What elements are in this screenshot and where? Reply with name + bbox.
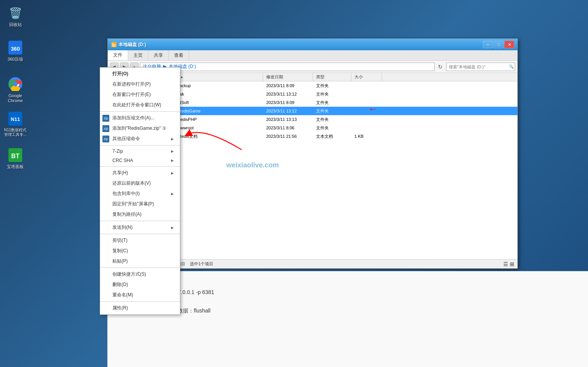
table-row[interactable]: 📄Redis文档 2023/3/11 21:56 文本文档 1 KB (167, 132, 517, 141)
submenu-arrow: ▶ (171, 171, 174, 175)
ctx-include-library[interactable]: 包含到库中(I) ▶ (100, 188, 180, 199)
table-row[interactable]: 📁RedisPHP 2023/3/11 13:13 文件夹 (167, 115, 517, 124)
tab-file[interactable]: 文件 (108, 50, 128, 60)
status-bar: 7个项目 选中1个项目 ☰ ⊞ (167, 259, 517, 268)
baota-icon: BT (8, 147, 23, 163)
submenu-arrow: ▶ (171, 159, 174, 162)
col-header-size[interactable]: 大小 (351, 73, 382, 81)
tab-share[interactable]: 共享 (148, 50, 169, 60)
recycle-bin-label: 回收站 (9, 22, 22, 27)
svg-rect-10 (112, 44, 116, 47)
ctx-copy-path[interactable]: 复制为路径(A) (100, 209, 180, 220)
details-view-button[interactable]: ☰ (503, 261, 508, 267)
ctx-other-compress[interactable]: zip 其他压缩命令 ▶ (100, 134, 180, 144)
ctx-restore[interactable]: 还原以前的版本(V) (100, 178, 180, 188)
desktop-icon-recycle-bin[interactable]: 🗑️ 回收站 (2, 4, 29, 29)
ctx-sep5 (100, 234, 180, 234)
file-list-area: 名称 ▲ 修改日期 类型 大小 📁backup 2023/3/11 8:09 (167, 73, 517, 268)
ctx-open-cmd[interactable]: 在此处打开命令窗口(W) (100, 100, 180, 110)
table-row-selected[interactable]: 📁RedisGame 2023/3/11 13:12 文件夹 (167, 107, 517, 115)
submenu-arrow: ▶ (171, 149, 174, 153)
ctx-properties[interactable]: 属性(R) (100, 303, 180, 313)
view-buttons: ☰ ⊞ (503, 261, 514, 267)
ctx-sep2 (100, 145, 180, 145)
file-list: 📁backup 2023/3/11 8:09 文件夹 📁bak 2023/3/1… (167, 81, 517, 259)
explorer-icon (111, 41, 117, 48)
window-title: 本地磁盘 (D:) (119, 41, 146, 48)
submenu-arrow: ▶ (171, 137, 174, 141)
svg-rect-11 (112, 43, 114, 45)
search-wrap: 🔍 (446, 63, 515, 71)
baota-label: 宝塔面板 (7, 164, 24, 169)
minimize-button[interactable]: ─ (483, 41, 493, 48)
svg-text:BT: BT (11, 153, 20, 159)
col-header-date[interactable]: 修改日期 (263, 73, 313, 81)
svg-point-4 (13, 82, 18, 86)
ctx-add-zip[interactable]: zip 添加到"RedisGame.zip" ① (100, 123, 180, 134)
tab-home[interactable]: 主页 (128, 50, 148, 60)
ctx-pin-start[interactable]: 固定到"开始"屏幕(P) (100, 199, 180, 209)
title-bar: 本地磁盘 (D:) ─ □ ✕ (108, 39, 517, 50)
svg-text:360: 360 (11, 46, 20, 52)
ctx-open[interactable]: 打开(O) (100, 69, 180, 79)
ctx-add-archive[interactable]: zip 添加到压缩文件(A)... (100, 113, 180, 123)
desktop-icon-360zip[interactable]: 360 360压缩 (2, 38, 29, 63)
search-input[interactable] (446, 63, 515, 71)
google-chrome-icon (8, 76, 23, 92)
tab-view[interactable]: 查看 (169, 50, 189, 60)
zip-icon: zip (102, 115, 109, 122)
title-bar-left: 本地磁盘 (D:) (111, 41, 146, 48)
ctx-crcsha[interactable]: CRC SHA ▶ (100, 156, 180, 165)
close-button[interactable]: ✕ (504, 41, 514, 48)
ctx-sep1 (100, 111, 180, 112)
context-menu: 打开(O) 在新进程中打开(P) 在新窗口中打开(E) 在此处打开命令窗口(W)… (100, 67, 180, 315)
col-header-type[interactable]: 类型 (313, 73, 351, 81)
bottom-line4: 5.清空整个 Redis 服务器的数据：flushall (114, 305, 582, 316)
zip-icon3: zip (102, 136, 109, 142)
zip-icon2: zip (102, 125, 109, 132)
ctx-sep7 (100, 301, 180, 302)
zip360-icon: 360 (8, 40, 23, 55)
column-headers: 名称 ▲ 修改日期 类型 大小 (167, 73, 517, 81)
ctx-copy[interactable]: 复制(C) (100, 246, 180, 256)
large-icon-view-button[interactable]: ⊞ (510, 261, 514, 267)
col-header-name[interactable]: 名称 ▲ (167, 73, 263, 81)
ctx-create-shortcut[interactable]: 创建快捷方式(S) (100, 269, 180, 279)
ctx-rename[interactable]: 重命名(M) (100, 290, 180, 300)
ctx-sep6 (100, 268, 180, 268)
table-row[interactable]: 📁wwwroot 2023/3/11 8:06 文件夹 (167, 124, 517, 132)
n11-label: N11数据程式 管理工具专... (4, 128, 26, 137)
submenu-arrow: ▶ (171, 192, 174, 196)
window-controls: ─ □ ✕ (483, 41, 514, 48)
recycle-bin-icon: 🗑️ (8, 5, 23, 21)
table-row[interactable]: 📁bak 2023/3/11 13:12 文件夹 (167, 90, 517, 98)
table-row[interactable]: 📁backup 2023/3/11 8:09 文件夹 (167, 81, 517, 90)
search-icon[interactable]: 🔍 (509, 64, 514, 69)
refresh-button[interactable]: ↻ (436, 63, 445, 71)
desktop-icon-google-chrome[interactable]: Google Chrome (2, 75, 29, 105)
desktop-icon-n11[interactable]: N11 N11数据程式 管理工具专... (0, 109, 31, 139)
table-row[interactable]: 📁BtSoft 2023/3/11 8:09 文件夹 (167, 98, 517, 107)
ctx-delete[interactable]: 删除(D) (100, 279, 180, 290)
ribbon: 文件 主页 共享 查看 (108, 50, 517, 61)
svg-text:N11: N11 (11, 116, 20, 122)
desktop-icon-baota[interactable]: BT 宝塔面板 (2, 146, 29, 171)
google-chrome-label: Google Chrome (8, 93, 23, 103)
ctx-share[interactable]: 共享(H) ▶ (100, 168, 180, 178)
submenu-arrow: ▶ (171, 226, 174, 230)
ctx-send-to[interactable]: 发送到(N) ▶ (100, 222, 180, 233)
bottom-line2: 2.登录redis：redis-cli -h 127.0.0.1 -p 6381 (114, 287, 582, 298)
address-path-bar[interactable]: 这台电脑 ▶ 本地磁盘 (D:) (140, 63, 435, 71)
maximize-button[interactable]: □ (494, 41, 504, 48)
ribbon-tabs: 文件 主页 共享 查看 (108, 50, 517, 60)
ctx-open-new-window[interactable]: 在新窗口中打开(E) (100, 89, 180, 100)
ctx-sep4 (100, 221, 180, 221)
n11-icon: N11 (8, 111, 23, 126)
ctx-7zip[interactable]: 7-Zip ▶ (100, 147, 180, 156)
ctx-cut[interactable]: 剪切(T) (100, 235, 180, 246)
bottom-line1: RedisPHP (114, 276, 582, 287)
zip360-label: 360压缩 (8, 57, 23, 62)
ctx-open-new-process[interactable]: 在新进程中打开(P) (100, 79, 180, 89)
ctx-paste[interactable]: 粘贴(P) (100, 256, 180, 266)
ctx-sep3 (100, 166, 180, 167)
